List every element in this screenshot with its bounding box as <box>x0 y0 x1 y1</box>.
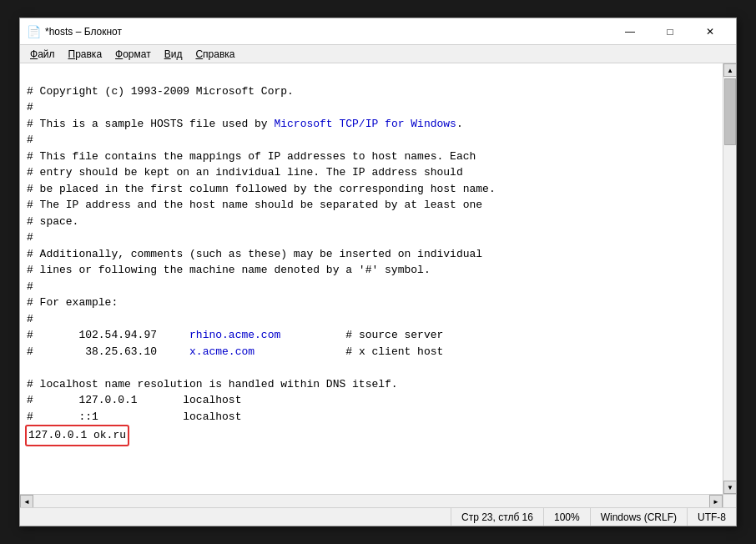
title-bar: 📄 *hosts – Блокнот — □ ✕ <box>20 18 736 45</box>
menu-format[interactable]: Формат <box>108 47 158 62</box>
scroll-track-v[interactable] <box>723 77 736 481</box>
window-title: *hosts – Блокнот <box>45 26 611 38</box>
menu-help[interactable]: Справка <box>189 47 241 62</box>
editor-main: # Copyright (c) 1993-2009 Microsoft Corp… <box>20 63 736 494</box>
close-button[interactable]: ✕ <box>691 18 729 45</box>
highlighted-entry: 127.0.0.1 ok.ru <box>25 425 129 446</box>
editor-wrapper: # Copyright (c) 1993-2009 Microsoft Corp… <box>20 63 736 507</box>
scrollbar-corner <box>723 495 736 507</box>
blue-text-3: x.acme.com <box>189 345 255 358</box>
blue-text-1: Microsoft TCP/IP for Windows <box>274 118 456 130</box>
scroll-down-button[interactable]: ▼ <box>723 481 736 494</box>
scroll-thumb-v[interactable] <box>724 78 736 145</box>
scroll-track-h[interactable] <box>33 495 709 507</box>
editor-content[interactable]: # Copyright (c) 1993-2009 Microsoft Corp… <box>20 63 723 494</box>
zoom-level: 100% <box>543 508 590 526</box>
line-ending: Windows (CRLF) <box>590 508 687 526</box>
notepad-window: 📄 *hosts – Блокнот — □ ✕ Файл Правка Фор… <box>19 18 737 526</box>
menu-edit[interactable]: Правка <box>62 47 109 62</box>
blue-text-2: rhino.acme.com <box>189 329 280 341</box>
minimize-button[interactable]: — <box>611 18 649 45</box>
menu-view[interactable]: Вид <box>158 47 189 62</box>
window-controls: — □ ✕ <box>611 18 729 45</box>
app-icon: 📄 <box>27 25 40 38</box>
status-bar: Стр 23, стлб 16 100% Windows (CRLF) UTF-… <box>20 507 736 526</box>
scroll-right-button[interactable]: ► <box>709 495 723 507</box>
menu-file[interactable]: Файл <box>23 47 62 62</box>
maximize-button[interactable]: □ <box>651 18 689 45</box>
encoding: UTF-8 <box>687 508 736 526</box>
vertical-scrollbar[interactable]: ▲ ▼ <box>723 63 736 494</box>
cursor-position: Стр 23, стлб 16 <box>451 508 543 526</box>
horizontal-scrollbar-container: ◄ ► <box>20 494 736 507</box>
menu-bar: Файл Правка Формат Вид Справка <box>20 45 736 63</box>
scroll-up-button[interactable]: ▲ <box>723 63 736 77</box>
scroll-left-button[interactable]: ◄ <box>20 495 33 507</box>
